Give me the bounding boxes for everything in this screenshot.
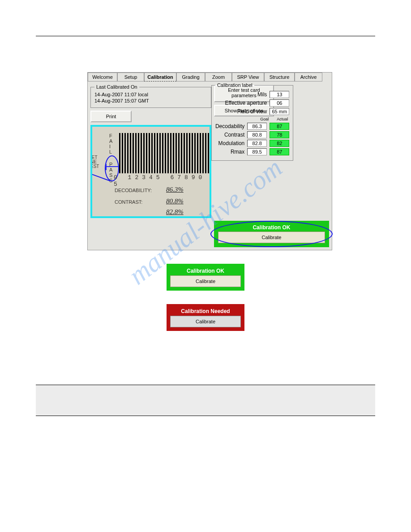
calibration-label-group: Calibration label Mils13Effective apertu…	[211, 82, 293, 161]
preview-value: 80.8%	[166, 197, 184, 205]
sample-calibrate-button[interactable]: Calibrate	[170, 316, 241, 327]
metric-goal: 80.8	[247, 131, 267, 138]
sample-title: Calibration OK	[170, 267, 241, 275]
metric-label: Contrast	[224, 132, 244, 138]
cal-label-text: Effective aperture	[225, 100, 267, 106]
metric-actual: 78	[270, 131, 289, 138]
tab-bar: WelcomeSetupCalibrationGradingZoomSRP Vi…	[88, 73, 332, 82]
preview-label: DECODABILITY:	[115, 188, 152, 193]
preview-value: 82.8%	[166, 208, 184, 216]
tab-grading[interactable]: Grading	[176, 73, 205, 82]
preview-label: CONTRAST:	[115, 199, 142, 205]
calibration-ok-sample: Calibration OKCalibrate	[167, 264, 244, 291]
metric-row: Contrast80.878	[215, 131, 289, 138]
cal-label-row: Effective aperture06	[215, 99, 289, 107]
last-calibrated-legend: Last Calibrated On	[94, 84, 139, 90]
calibration-ok-box: Calibration OK Calibrate	[214, 221, 329, 247]
tab-structure[interactable]: Structure	[264, 73, 295, 82]
cal-label-row: Field of view65 mm	[215, 108, 289, 115]
last-cal-gmt: 14-Aug-2007 15:07 GMT	[94, 98, 207, 104]
hdr-goal: Goal	[260, 117, 269, 121]
sample-title: Calibration Needed	[170, 308, 241, 316]
tab-zoom[interactable]: Zoom	[205, 73, 232, 82]
barcode-bars	[119, 133, 211, 173]
metric-goal: 89.5	[247, 148, 267, 155]
note-block	[36, 385, 375, 416]
rule-top	[36, 36, 375, 36]
calibration-needed-sample: Calibration NeededCalibrate	[167, 304, 244, 331]
metric-actual: 87	[270, 123, 289, 130]
metric-actual: 87	[270, 148, 289, 155]
print-button[interactable]: Print	[90, 111, 132, 122]
metric-actual: 82	[270, 140, 289, 147]
tab-archive[interactable]: Archive	[295, 73, 322, 82]
barcode-preview: IETNEEST FAIL PASS 0 12345 67890 5 DECOD…	[90, 125, 211, 218]
cal-label-value: 13	[270, 91, 289, 98]
last-cal-local: 14-Aug-2007 11:07 local	[94, 91, 207, 98]
barcode-digits: 0 12345 67890 5	[114, 174, 210, 188]
sample-calibrate-button[interactable]: Calibrate	[170, 275, 241, 287]
calibrate-ellipse-annotation	[210, 221, 333, 247]
metrics-header: Goal Actual	[215, 117, 289, 121]
quiet-zone-label: IETNEEST	[90, 155, 99, 169]
app-window: WelcomeSetupCalibrationGradingZoomSRP Vi…	[87, 72, 332, 250]
metric-row: Rmax89.587	[215, 148, 289, 155]
cal-label-value: 65 mm	[270, 108, 289, 115]
metric-label: Rmax	[231, 149, 244, 155]
tab-srp-view[interactable]: SRP View	[232, 73, 264, 82]
note-box	[36, 385, 375, 416]
last-calibrated-group: Last Calibrated On 14-Aug-2007 11:07 loc…	[90, 84, 211, 108]
tab-welcome[interactable]: Welcome	[88, 73, 117, 82]
fail-label: FAIL	[109, 133, 112, 154]
metric-label: Modulation	[218, 140, 245, 146]
metric-goal: 86.3	[247, 123, 267, 130]
metric-goal: 82.8	[247, 140, 267, 147]
cal-label-value: 06	[270, 99, 289, 107]
metric-row: Decodability86.387	[215, 123, 289, 130]
cal-label-text: Field of view	[237, 108, 267, 115]
tab-setup[interactable]: Setup	[117, 73, 144, 82]
cal-label-row: Mils13	[215, 91, 289, 98]
hdr-actual: Actual	[277, 117, 288, 121]
cal-label-text: Mils	[257, 91, 267, 98]
tab-calibration[interactable]: Calibration	[144, 73, 176, 82]
metric-label: Decodability	[215, 123, 244, 129]
metric-row: Modulation82.882	[215, 140, 289, 147]
calibration-label-legend: Calibration label	[215, 82, 254, 88]
preview-value: 86.3%	[166, 186, 184, 193]
